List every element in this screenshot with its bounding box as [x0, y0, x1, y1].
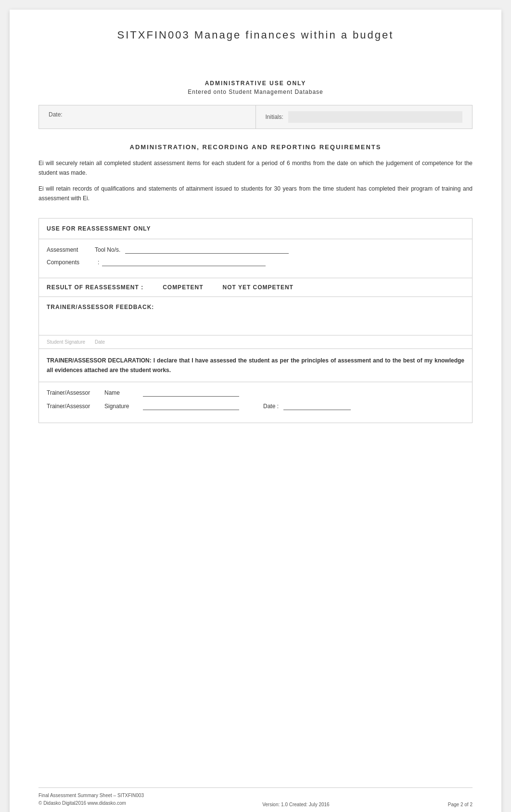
trainer-date-label: Date : — [263, 403, 279, 410]
initials-label: Initials: — [266, 114, 283, 120]
trainer-name-label2: Name — [104, 389, 138, 396]
components-label: Components — [47, 259, 95, 266]
student-sig-label2: Date — [95, 339, 105, 345]
trainer-sig-row: Trainer/Assessor Signature Date : — [47, 402, 464, 410]
trainer-fields: Trainer/Assessor Name Trainer/Assessor S… — [39, 382, 472, 423]
not-yet-competent-label: NOT YET COMPETENT — [222, 284, 293, 291]
footer-left-line1: Final Assessment Summary Sheet – SITXFIN… — [38, 792, 144, 799]
reassessment-box: USE FOR REASSESSMENT ONLY Assessment Too… — [38, 218, 473, 424]
student-sig-row: Student Signature Date — [39, 335, 472, 349]
reassessment-header: USE FOR REASSESSMENT ONLY — [39, 219, 472, 239]
page-title: SITXFIN003 Manage finances within a budg… — [38, 29, 473, 41]
feedback-section: TRAINER/ASSESSOR FEEDBACK: — [39, 297, 472, 335]
result-label: RESULT OF REASSESSMENT : — [47, 284, 143, 291]
declaration-section: TRAINER/ASSESSOR DECLARATION: I declare … — [39, 349, 472, 383]
footer-left-line2: © Didasko Digital2016 www.didasko.com — [38, 799, 144, 807]
trainer-sig-line[interactable] — [143, 402, 239, 410]
admin-recording-para1: Ei will securely retain all completed st… — [38, 158, 473, 178]
admin-recording-para2: Ei will retain records of qualifications… — [38, 184, 473, 204]
trainer-date-line[interactable] — [283, 402, 351, 410]
initials-box[interactable] — [288, 111, 462, 123]
trainer-name-label1: Trainer/Assessor — [47, 389, 100, 396]
admin-title: ADMINISTRATIVE USE ONLY — [38, 80, 473, 87]
footer-left: Final Assessment Summary Sheet – SITXFIN… — [38, 792, 144, 807]
date-cell: Date: — [39, 105, 256, 129]
trainer-name-line[interactable] — [143, 389, 239, 397]
trainer-name-row: Trainer/Assessor Name — [47, 389, 464, 397]
student-sig-label1: Student Signature — [47, 339, 85, 345]
competent-label: COMPETENT — [163, 284, 203, 291]
date-initials-row: Date: Initials: — [38, 105, 473, 129]
initials-cell: Initials: — [256, 105, 473, 129]
components-row: Components : — [47, 258, 464, 266]
components-field-line[interactable] — [102, 258, 266, 266]
components-colon: : — [98, 259, 99, 266]
date-field-inline: Date : — [263, 402, 351, 410]
admin-section: ADMINISTRATIVE USE ONLY Entered onto Stu… — [38, 80, 473, 95]
assessment-label: Assessment — [47, 246, 95, 253]
assessment-tool-row: Assessment Tool No/s. — [47, 246, 464, 254]
footer: Final Assessment Summary Sheet – SITXFIN… — [38, 787, 473, 807]
result-row: RESULT OF REASSESSMENT : COMPETENT NOT Y… — [39, 278, 472, 297]
tool-field-line[interactable] — [125, 246, 289, 254]
feedback-label: TRAINER/ASSESSOR FEEDBACK: — [47, 304, 154, 310]
admin-recording-heading: ADMINISTRATION, RECORDING AND REPORTING … — [38, 143, 473, 151]
footer-right: Page 2 of 2 — [448, 802, 473, 807]
trainer-sig-label2: Signature — [104, 403, 138, 410]
trainer-sig-label1: Trainer/Assessor — [47, 403, 100, 410]
date-label: Date: — [49, 111, 63, 118]
tool-label: Tool No/s. — [95, 246, 120, 253]
page: SITXFIN003 Manage finances within a budg… — [10, 10, 501, 812]
reassessment-fields: Assessment Tool No/s. Components : — [39, 239, 472, 278]
admin-subtitle: Entered onto Student Management Database — [38, 89, 473, 95]
footer-center: Version: 1.0 Created: July 2016 — [262, 802, 330, 807]
declaration-text: TRAINER/ASSESSOR DECLARATION: I declare … — [47, 357, 464, 374]
